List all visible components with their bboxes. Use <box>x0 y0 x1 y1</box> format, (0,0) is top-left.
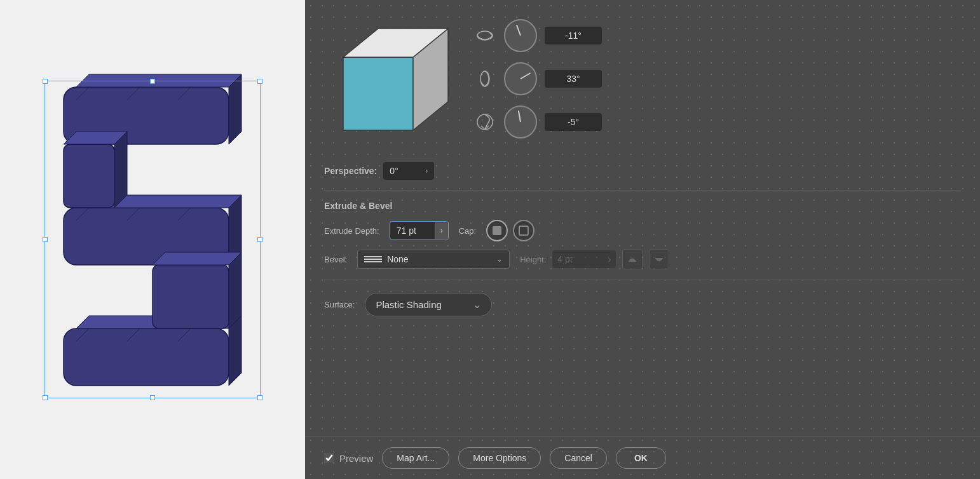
y-rotation-row: 33° <box>473 62 961 95</box>
perspective-container: Perspective: 0° › <box>305 162 980 180</box>
y-rotation-input[interactable]: 33° <box>545 70 602 88</box>
cancel-button[interactable]: Cancel <box>550 447 607 469</box>
z-dial[interactable] <box>504 105 537 138</box>
rotation-controls: -11° 33° <box>473 13 961 138</box>
surface-label: Surface: <box>324 300 355 309</box>
bevel-dropdown[interactable]: None ⌄ <box>357 250 510 269</box>
y-rotation-icon <box>473 67 496 90</box>
bevel-value-text: None <box>387 254 491 264</box>
bottom-buttons: Preview Map Art... More Options Cancel O… <box>305 436 980 479</box>
preview-checkbox[interactable] <box>324 453 334 463</box>
x-rotation-icon <box>473 24 496 47</box>
bevel-label: Bevel: <box>324 255 347 264</box>
more-options-button[interactable]: More Options <box>458 447 541 469</box>
surface-value-text: Plastic Shading <box>376 299 466 310</box>
z-rotation-input[interactable]: -5° <box>545 113 602 131</box>
height-chevron-icon: › <box>608 254 611 264</box>
svg-point-19 <box>477 114 493 130</box>
svg-rect-2 <box>64 328 229 386</box>
perspective-label: Perspective: <box>324 166 377 176</box>
height-value-button[interactable]: 4 pt › <box>552 250 616 268</box>
divider-2 <box>324 280 961 280</box>
svg-marker-14 <box>343 57 413 130</box>
letter-s-container <box>32 49 273 430</box>
bevel-lines-icon <box>364 256 382 262</box>
height-section: Height: 4 pt › <box>520 249 669 269</box>
cap-button-filled[interactable] <box>486 220 508 241</box>
bevel-dropdown-arrow-icon: ⌄ <box>496 255 503 264</box>
svg-point-17 <box>477 31 493 40</box>
svg-rect-3 <box>64 144 114 208</box>
ok-button[interactable]: OK <box>616 447 666 469</box>
preview-checkbox-group: Preview <box>324 453 373 464</box>
preview-label[interactable]: Preview <box>339 453 373 464</box>
svg-rect-21 <box>519 226 528 235</box>
rotation-section: -11° 33° <box>305 0 980 162</box>
extrude-depth-input[interactable] <box>390 222 435 240</box>
cube-preview <box>324 19 461 156</box>
x-rotation-row: -11° <box>473 19 961 52</box>
cap-label: Cap: <box>459 226 476 236</box>
right-panel: -11° 33° <box>305 0 980 479</box>
extrude-depth-arrow[interactable]: › <box>435 222 448 239</box>
svg-rect-20 <box>493 226 501 235</box>
height-label: Height: <box>520 255 546 264</box>
surface-dropdown-arrow-icon: ⌄ <box>473 299 481 311</box>
perspective-chevron-icon: › <box>425 166 428 175</box>
extrude-depth-label: Extrude Depth: <box>324 226 379 236</box>
perspective-value-button[interactable]: 0° › <box>383 162 434 180</box>
bevel-row: Bevel: None ⌄ Height: 4 pt › <box>305 244 980 274</box>
cap-button-open[interactable] <box>513 220 534 241</box>
svg-rect-4 <box>153 265 229 328</box>
z-rotation-row: -5° <box>473 105 961 138</box>
y-dial[interactable] <box>504 62 537 95</box>
canvas-area <box>0 0 305 479</box>
x-rotation-input[interactable]: -11° <box>545 27 602 44</box>
bevel-convex-button[interactable] <box>622 249 643 269</box>
surface-row: Surface: Plastic Shading ⌄ <box>305 285 980 324</box>
bevel-concave-button[interactable] <box>649 249 669 269</box>
z-rotation-icon <box>473 111 496 133</box>
extrude-depth-input-group: › <box>390 221 449 240</box>
cap-section <box>486 220 534 241</box>
letter-s-illustration <box>38 68 267 411</box>
surface-dropdown[interactable]: Plastic Shading ⌄ <box>365 293 492 316</box>
extrude-depth-row: Extrude Depth: › Cap: <box>305 217 980 244</box>
extrude-bevel-title: Extrude & Bevel <box>305 196 980 217</box>
x-dial[interactable] <box>504 19 537 52</box>
map-art-button[interactable]: Map Art... <box>382 447 449 469</box>
divider-1 <box>324 190 961 191</box>
svg-point-18 <box>480 71 489 86</box>
